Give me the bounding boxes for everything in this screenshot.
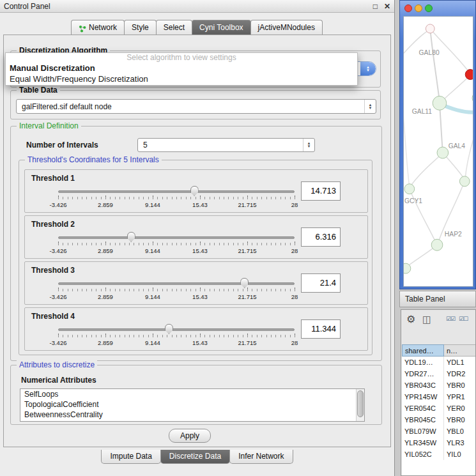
network-canvas[interactable]: GAL80GAL11GAL4GCY1HAP2 [403,16,473,287]
tab-label: Network [89,21,117,35]
slider-scale: -3.426 2.859 9.144 15.43 21.715 28 [58,293,295,301]
dropdown-option-manual-discretization[interactable]: Manual Discretization [6,63,357,73]
close-traffic-light-icon[interactable] [404,4,412,12]
threshold-1-slider[interactable]: -3.426 2.859 9.144 15.43 21.715 28 [58,185,295,211]
dropdown-option-equal-width-frequency[interactable]: Equal Width/Frequency Discretization [6,73,357,84]
list-item[interactable]: TopologicalCoefficient [20,399,364,410]
table-panel-titlebar[interactable]: Table Panel [399,291,476,307]
list-item[interactable]: SelfLoops [20,389,364,399]
table-row[interactable]: YBR043CYBR0 [402,380,476,391]
tab-label: jActiveMNodules [258,21,315,35]
threshold-4-slider[interactable]: -3.426 2.859 9.144 15.43 21.715 28 [58,323,295,349]
minimize-traffic-light-icon[interactable] [415,4,422,12]
tab-impute-data[interactable]: Impute Data [101,450,160,464]
list-item[interactable]: BetweennessCentrality [20,410,364,420]
slider-thumb[interactable] [127,232,135,242]
window-traffic-lights [404,4,433,12]
network-node[interactable] [404,263,411,273]
select-all-rows-icon[interactable]: ☑☑ [446,316,455,322]
combobox-arrows-icon[interactable]: ▲▼ [364,100,376,113]
combobox-arrows-icon[interactable]: ▲▼ [303,139,314,151]
table-row[interactable]: YIL052CYIL0 [402,449,476,460]
network-node-label: GAL11 [412,108,433,115]
columns-icon[interactable]: ◫ [422,314,431,325]
network-node[interactable] [472,92,473,104]
tab-network[interactable]: Network [71,20,125,35]
table-row[interactable]: YLR345WYLR3 [402,437,476,449]
table-row[interactable]: YPR145WYPR1 [402,391,476,403]
slider-thumb[interactable] [165,324,173,334]
network-node-label: HAP2 [445,231,462,238]
slider-track[interactable] [58,236,295,239]
network-edge[interactable] [410,153,443,187]
gear-icon[interactable]: ⚙ [406,313,415,325]
algorithm-dropdown-popup: Select algorithm to view settings Manual… [5,52,358,86]
threshold-3-panel: Threshold 3 -3.426 2.859 9.144 15.43 21.… [24,261,368,305]
table-row[interactable]: YBR045CYBR0 [402,414,476,426]
network-node[interactable] [431,239,443,250]
threshold-2-panel: Threshold 2 -3.426 2.859 9.144 15.43 21.… [24,215,368,259]
apply-button[interactable]: Apply [169,429,211,443]
num-intervals-combobox[interactable]: 5 ▲▼ [137,138,315,152]
tab-jactivemnodules[interactable]: jActiveMNodules [250,20,323,35]
network-edge[interactable] [465,125,473,178]
list-scrollbar[interactable] [356,389,364,421]
table-row[interactable]: YDR27…YDR2 [402,368,476,380]
network-node[interactable] [465,70,473,80]
slider-track[interactable] [58,190,295,193]
dropdown-placeholder: Select algorithm to view settings [6,53,357,63]
threshold-1-panel: Threshold 1 -3.426 2.859 9.144 15.43 21.… [24,169,368,213]
slider-thumb[interactable] [240,278,249,288]
table-row[interactable]: YER054CYER0 [402,403,476,414]
threshold-3-value-field[interactable]: 21.4 [301,273,341,293]
column-header-shared-name[interactable]: shared… [402,344,444,357]
threshold-2-slider[interactable]: -3.426 2.859 9.144 15.43 21.715 28 [58,231,295,257]
group-title: Table Data [17,86,60,95]
slider-track[interactable] [58,328,295,331]
zoom-traffic-light-icon[interactable] [425,4,433,12]
network-edge[interactable] [440,104,443,151]
network-edge[interactable] [430,29,440,102]
table-row[interactable]: YDL19…YDL1 [402,357,476,368]
interval-definition-group: Interval Definition Number of Intervals … [10,126,382,361]
slider-thumb[interactable] [190,186,199,196]
tab-infer-network[interactable]: Infer Network [229,450,293,464]
deselect-rows-icon[interactable]: ☑☐ [459,316,468,322]
network-node[interactable] [404,184,415,194]
network-node[interactable] [437,147,449,158]
tab-style[interactable]: Style [124,20,157,35]
close-window-icon[interactable]: ✕ [384,2,390,11]
network-node[interactable] [426,24,434,33]
slider-minor-ticks [58,335,295,337]
network-node-label: GCY1 [404,197,422,204]
table-data-combobox[interactable]: galFiltered.sif default node ▲▼ [16,99,376,114]
network-edge[interactable] [444,75,470,100]
network-edge[interactable] [404,93,410,187]
tab-select[interactable]: Select [156,20,192,35]
tab-label: Cyni Toolbox [199,21,243,35]
threshold-3-slider[interactable]: -3.426 2.859 9.144 15.43 21.715 28 [58,277,295,303]
network-node[interactable] [459,176,470,187]
table-header-row: shared… n… [402,344,476,357]
numerical-attributes-label: Numerical Attributes [21,376,96,385]
slider-track[interactable] [58,282,295,285]
scrollbar-thumb[interactable] [357,390,364,417]
threshold-2-value-field[interactable]: 6.316 [301,227,341,247]
control-panel-titlebar[interactable]: Control Panel □ ✕ [0,0,394,13]
tab-cyni-toolbox[interactable]: Cyni Toolbox [192,20,250,35]
network-edge[interactable] [407,246,436,266]
numerical-attributes-list[interactable]: SelfLoops TopologicalCoefficient Between… [20,388,365,422]
table-row[interactable]: YBL079WYBL0 [402,426,476,437]
float-window-icon[interactable]: □ [373,2,378,11]
slider-scale: -3.426 2.859 9.144 15.43 21.715 28 [58,201,295,209]
table-data-group: Table Data galFiltered.sif default node … [10,90,381,119]
tab-discretize-data[interactable]: Discretize Data [160,450,230,464]
threshold-4-panel: Threshold 4 -3.426 2.859 9.144 15.43 21.… [24,307,368,351]
cyni-toolbox-panel: Discretization Algorithm ▲▼ Table Data g… [3,35,391,447]
column-header-name[interactable]: n… [444,344,476,357]
threshold-1-value-field[interactable]: 14.713 [301,181,341,201]
network-node[interactable] [433,96,447,110]
slider-minor-ticks [58,289,295,291]
combobox-arrows-icon[interactable]: ▲▼ [360,62,376,75]
threshold-4-value-field[interactable]: 11.344 [301,319,341,339]
